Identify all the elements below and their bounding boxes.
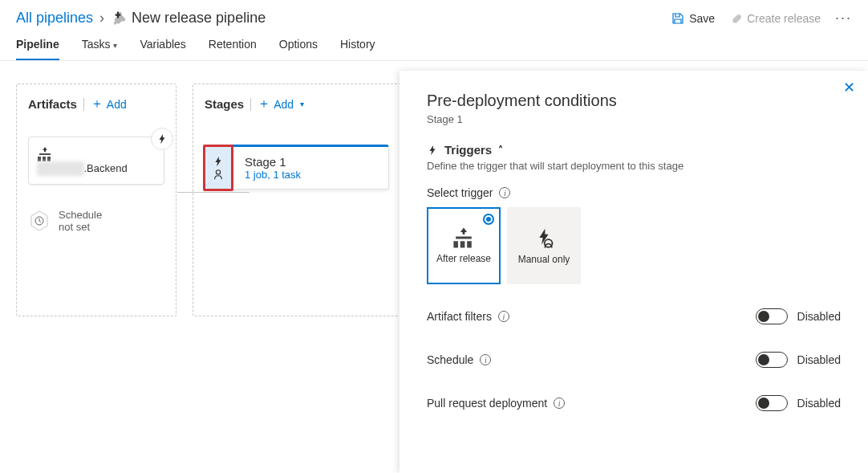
tab-retention[interactable]: Retention bbox=[209, 38, 257, 60]
info-icon[interactable]: i bbox=[554, 398, 565, 409]
add-artifact-label: Add bbox=[107, 98, 127, 111]
stages-header: Stages ＋ Add ▾ bbox=[205, 96, 389, 112]
tab-tasks-label: Tasks bbox=[82, 38, 111, 51]
trigger-options: After release Manual only bbox=[427, 207, 841, 284]
info-icon[interactable]: i bbox=[480, 354, 491, 365]
pr-deploy-toggle[interactable] bbox=[756, 395, 788, 411]
bolt-icon bbox=[427, 145, 438, 156]
rocket-icon bbox=[729, 12, 742, 25]
tab-history[interactable]: History bbox=[340, 38, 375, 60]
stages-panel: Stages ＋ Add ▾ Stage 1 1 job, 1 task bbox=[193, 84, 401, 316]
create-release-button: Create release bbox=[729, 12, 821, 25]
trigger-after-release[interactable]: After release bbox=[427, 207, 501, 284]
info-icon[interactable]: i bbox=[498, 311, 509, 322]
trigger-after-release-label: After release bbox=[436, 253, 491, 264]
pr-deploy-label: Pull request deployment bbox=[427, 397, 547, 410]
add-stage-label: Add bbox=[274, 98, 294, 111]
artifact-filters-state: Disabled bbox=[797, 310, 841, 323]
schedule-state: Disabled bbox=[797, 353, 841, 366]
stage-body: Stage 1 1 job, 1 task bbox=[233, 147, 312, 189]
artifacts-panel: Artifacts ＋ Add xxxxxxxxx.Backend Schedu… bbox=[16, 84, 176, 316]
artifact-name: xxxxxxxxx.Backend bbox=[37, 161, 156, 176]
save-icon bbox=[671, 12, 684, 25]
page-title[interactable]: New release pipeline bbox=[132, 10, 266, 27]
pre-deploy-conditions-button[interactable] bbox=[203, 145, 233, 191]
chevron-up-icon: ˄ bbox=[498, 145, 503, 156]
person-icon bbox=[213, 169, 224, 180]
schedule-toggle[interactable] bbox=[756, 352, 788, 368]
pre-deploy-panel: ✕ Pre-deployment conditions Stage 1 Trig… bbox=[400, 71, 868, 473]
connector-line-inner bbox=[193, 192, 249, 193]
trigger-manual-only-label: Manual only bbox=[518, 254, 570, 265]
manual-only-icon bbox=[533, 226, 555, 249]
save-button[interactable]: Save bbox=[671, 12, 715, 25]
save-label: Save bbox=[689, 12, 715, 25]
add-artifact-button[interactable]: ＋ Add bbox=[91, 96, 127, 112]
pipeline-icon bbox=[111, 11, 125, 26]
create-release-label: Create release bbox=[747, 12, 821, 25]
tab-variables[interactable]: Variables bbox=[140, 38, 185, 60]
artifact-filters-label: Artifact filters bbox=[427, 310, 492, 323]
select-trigger-label: Select trigger i bbox=[427, 186, 841, 199]
tab-options[interactable]: Options bbox=[279, 38, 318, 60]
schedule-label: Schedule bbox=[427, 353, 473, 366]
after-release-icon bbox=[452, 227, 475, 248]
artifact-suffix: .Backend bbox=[84, 162, 128, 174]
radio-selected-icon bbox=[483, 214, 494, 225]
panel-title: Pre-deployment conditions bbox=[427, 92, 841, 110]
schedule-row: Schedule i Disabled bbox=[427, 352, 841, 368]
breadcrumb: All pipelines › New release pipeline bbox=[16, 10, 266, 27]
more-menu-button[interactable]: ··· bbox=[835, 10, 852, 27]
clock-icon bbox=[28, 210, 51, 232]
build-icon bbox=[37, 147, 156, 161]
svg-point-2 bbox=[216, 170, 220, 174]
chevron-down-icon: ▾ bbox=[300, 100, 304, 108]
triggers-section-toggle[interactable]: Triggers ˄ bbox=[427, 143, 841, 157]
triggers-label: Triggers bbox=[444, 143, 492, 157]
artifact-filters-toggle[interactable] bbox=[756, 308, 788, 324]
schedule-label: Schedule not set bbox=[59, 209, 107, 233]
stage-card[interactable]: Stage 1 1 job, 1 task bbox=[205, 145, 389, 190]
stages-title: Stages bbox=[205, 97, 244, 111]
artifact-card[interactable]: xxxxxxxxx.Backend bbox=[28, 137, 164, 185]
artifacts-title: Artifacts bbox=[28, 97, 77, 111]
page-header: All pipelines › New release pipeline Sav… bbox=[0, 0, 868, 30]
breadcrumb-root-link[interactable]: All pipelines bbox=[16, 10, 93, 27]
info-icon[interactable]: i bbox=[499, 187, 510, 198]
stage-name: Stage 1 bbox=[245, 155, 301, 169]
tab-tasks[interactable]: Tasks▾ bbox=[82, 38, 118, 60]
chevron-down-icon: ▾ bbox=[113, 41, 117, 50]
bolt-icon bbox=[213, 156, 224, 167]
artifacts-header: Artifacts ＋ Add bbox=[28, 96, 164, 112]
pr-deploy-row: Pull request deployment i Disabled bbox=[427, 395, 841, 411]
stage-jobs-link[interactable]: 1 job, 1 task bbox=[245, 169, 301, 181]
add-stage-button[interactable]: ＋ Add ▾ bbox=[258, 96, 304, 112]
triggers-desc: Define the trigger that will start deplo… bbox=[427, 160, 841, 172]
chevron-right-icon: › bbox=[99, 10, 104, 27]
schedule-row[interactable]: Schedule not set bbox=[28, 209, 164, 233]
plus-icon: ＋ bbox=[91, 96, 103, 112]
header-actions: Save Create release ··· bbox=[671, 10, 852, 27]
tab-pipeline[interactable]: Pipeline bbox=[16, 38, 59, 60]
divider bbox=[83, 98, 84, 111]
artifact-filters-row: Artifact filters i Disabled bbox=[427, 308, 841, 324]
divider bbox=[250, 98, 251, 111]
pr-deploy-state: Disabled bbox=[797, 397, 841, 410]
tab-bar: Pipeline Tasks▾ Variables Retention Opti… bbox=[0, 30, 868, 61]
connector-line bbox=[177, 192, 193, 193]
plus-icon: ＋ bbox=[258, 96, 270, 112]
trigger-manual-only[interactable]: Manual only bbox=[507, 207, 581, 284]
select-trigger-text: Select trigger bbox=[427, 186, 493, 199]
artifact-trigger-badge[interactable] bbox=[151, 128, 173, 150]
panel-subtitle: Stage 1 bbox=[427, 113, 841, 125]
close-icon[interactable]: ✕ bbox=[843, 79, 855, 96]
